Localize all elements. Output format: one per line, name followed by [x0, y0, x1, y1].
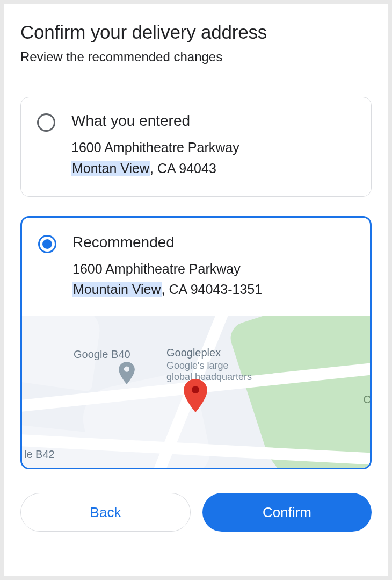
- option-recommended-label: Recommended: [72, 234, 354, 251]
- map-preview: Google B40 Googleplex Google's large glo…: [22, 316, 370, 468]
- dialog-subtitle: Review the recommended changes: [20, 49, 372, 65]
- map-label-b42: le B42: [24, 448, 55, 461]
- svg-point-0: [124, 366, 129, 371]
- confirm-address-dialog: Confirm your delivery address Review the…: [4, 4, 388, 576]
- dialog-actions: Back Confirm: [20, 493, 372, 532]
- map-label-googleplex: Googleplex: [166, 347, 221, 359]
- entered-address-line1: 1600 Amphitheatre Parkway: [71, 137, 355, 158]
- map-pin-red-icon: [183, 379, 208, 412]
- option-entered-body: What you entered 1600 Amphitheatre Parkw…: [71, 112, 355, 179]
- back-button[interactable]: Back: [20, 493, 191, 532]
- entered-address-line2: Montan View, CA 94043: [71, 158, 355, 179]
- recommended-city-highlight: Mountain View: [72, 282, 162, 297]
- recommended-address-rest: , CA 94043-1351: [162, 282, 263, 297]
- option-entered[interactable]: What you entered 1600 Amphitheatre Parkw…: [20, 97, 372, 197]
- map-park-shape: [227, 316, 370, 468]
- entered-address-rest: , CA 94043: [150, 161, 216, 176]
- option-entered-label: What you entered: [71, 112, 355, 130]
- radio-checked-icon[interactable]: [38, 235, 56, 253]
- recommended-address-line1: 1600 Amphitheatre Parkway: [72, 259, 354, 280]
- entered-city-highlight: Montan View: [71, 161, 150, 176]
- map-label-googleplex-sub: Google's large global headquarters: [166, 360, 252, 382]
- option-recommended-body: Recommended 1600 Amphitheatre Parkway Mo…: [72, 234, 354, 300]
- recommended-address-line2: Mountain View, CA 94043-1351: [72, 279, 354, 300]
- map-pin-gray-icon: [119, 362, 135, 384]
- dialog-title: Confirm your delivery address: [20, 22, 372, 43]
- svg-point-1: [192, 386, 199, 393]
- radio-unchecked-icon[interactable]: [37, 113, 55, 132]
- map-label-google-b40: Google B40: [74, 348, 130, 361]
- map-label-edge: C: [364, 393, 370, 406]
- option-recommended[interactable]: Recommended 1600 Amphitheatre Parkway Mo…: [20, 216, 372, 470]
- confirm-button[interactable]: Confirm: [202, 493, 372, 532]
